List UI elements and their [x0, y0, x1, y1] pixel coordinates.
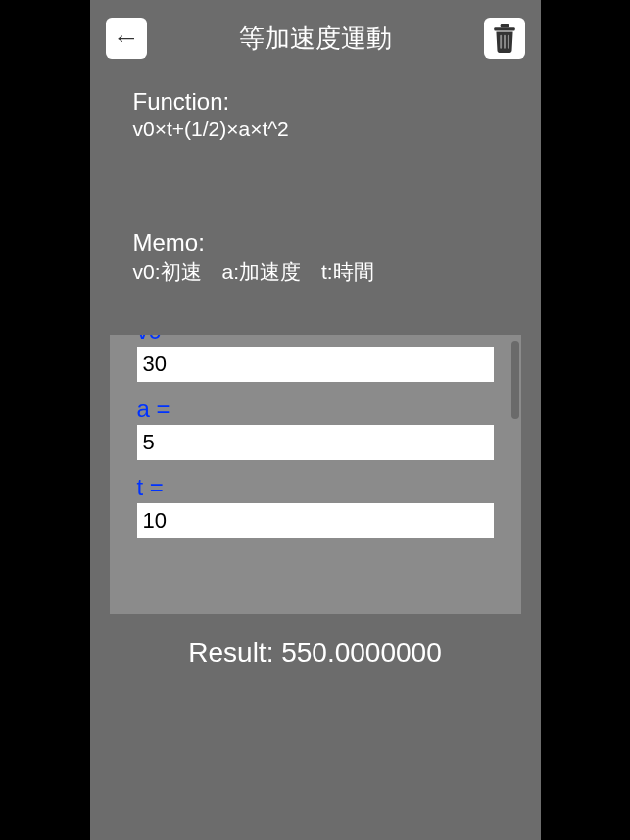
- svg-rect-0: [494, 27, 514, 30]
- input-label-t: t =: [137, 474, 494, 501]
- page-title: 等加速度運動: [239, 22, 392, 56]
- function-label: Function:: [90, 88, 541, 116]
- svg-rect-4: [507, 35, 509, 49]
- header-bar: ← 等加速度運動: [90, 0, 541, 69]
- result-text: Result: 550.0000000: [90, 637, 541, 669]
- svg-rect-3: [504, 35, 506, 49]
- delete-button[interactable]: [484, 18, 525, 59]
- scrollbar[interactable]: [511, 341, 519, 419]
- function-expression: v0×t+(1/2)×a×t^2: [90, 117, 541, 141]
- svg-rect-2: [500, 35, 502, 49]
- memo-label: Memo:: [90, 229, 541, 257]
- result-value: 550.0000000: [281, 637, 442, 668]
- input-field-t[interactable]: [137, 503, 494, 538]
- trash-icon: [492, 23, 517, 53]
- input-group-v0: v0 =: [137, 335, 494, 382]
- memo-text: v0:初速 a:加速度 t:時間: [90, 258, 541, 286]
- input-label-a: a =: [137, 396, 494, 423]
- back-button[interactable]: ←: [106, 18, 147, 59]
- input-label-v0: v0 =: [137, 335, 494, 345]
- app-screen: ← 等加速度運動 Function: v0×t+(1/2)×a×t^2 Memo…: [90, 0, 541, 840]
- back-arrow-icon: ←: [113, 24, 140, 52]
- svg-rect-1: [500, 24, 509, 27]
- result-label: Result:: [188, 637, 281, 668]
- inputs-panel[interactable]: v0 = a = t =: [110, 335, 521, 614]
- input-group-t: t =: [137, 474, 494, 538]
- input-field-a[interactable]: [137, 425, 494, 460]
- input-group-a: a =: [137, 396, 494, 460]
- input-field-v0[interactable]: [137, 347, 494, 382]
